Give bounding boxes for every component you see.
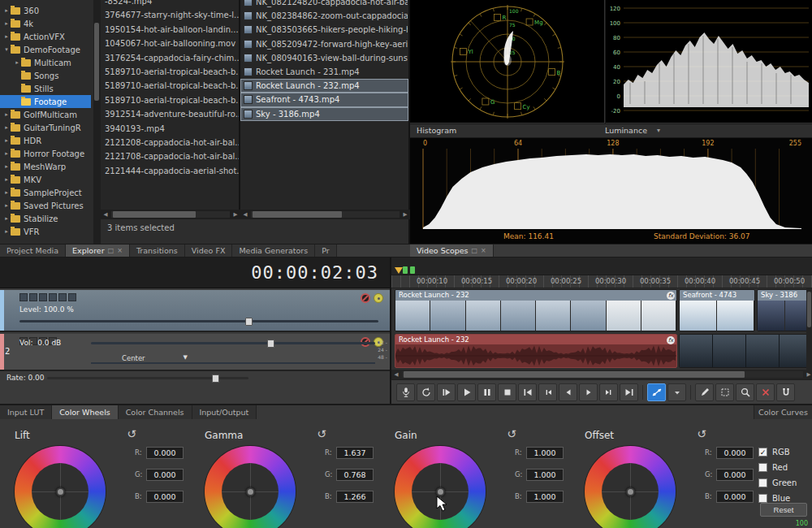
audio-track-header[interactable]: 2 Vol: 0.0 dB Center ▼ — [0, 334, 390, 371]
media-item-nk-082124820-cappadocia-hot-air-bal[interactable]: NK_082124820-cappadocia-hot-air-bal... — [240, 0, 408, 9]
checkbox-icon[interactable] — [758, 463, 767, 472]
tab-color-wheels[interactable]: Color Wheels — [52, 405, 119, 419]
tab-project-media[interactable]: Project Media — [0, 245, 66, 257]
gamma-g-value[interactable]: 0.768 — [336, 469, 374, 481]
rate-slider[interactable] — [47, 377, 248, 379]
expander-icon[interactable]: ▾ — [2, 46, 11, 53]
pin-icon[interactable]: □ — [108, 247, 114, 254]
scrollbar-thumb[interactable] — [113, 211, 196, 218]
edit-cursor-marker-icon[interactable] — [395, 267, 403, 274]
fx-icon[interactable]: fx — [667, 336, 675, 344]
file-list-item[interactable]: 2121708-cappadocia-hot-air-bal... — [101, 149, 239, 163]
pan-handle-icon[interactable]: ▼ — [184, 354, 188, 361]
offset-color-wheel[interactable] — [585, 446, 676, 528]
file-list-left-hscrollbar[interactable]: ◀ ▶ — [101, 210, 240, 219]
wheel-center-knob[interactable] — [626, 487, 635, 496]
scroll-right-icon[interactable]: ▶ — [400, 211, 410, 218]
scrollbar-track[interactable] — [111, 211, 230, 218]
media-item-nk-083503665-hikers-people-hiking-h[interactable]: NK_083503665-hikers-people-hiking-h... — [240, 23, 408, 37]
file-list-item[interactable]: 1045067-hot-air-ballooning.mov — [101, 37, 239, 50]
volume-slider[interactable] — [91, 342, 375, 344]
expander-icon[interactable]: ▸ — [2, 124, 11, 131]
expander-icon[interactable]: ▸ — [2, 215, 11, 222]
close-icon[interactable]: × — [481, 247, 486, 254]
expander-icon[interactable]: ▸ — [2, 189, 11, 196]
checkbox-icon[interactable]: ✓ — [758, 448, 767, 457]
media-item-nk-085209472-forward-high-key-aeria[interactable]: NK_085209472-forward-high-key-aeria... — [240, 37, 408, 51]
video-track-lane[interactable]: Rocket Launch - 232fxSeafront - 4743Sky … — [391, 288, 812, 332]
expander-icon[interactable]: ▸ — [13, 59, 21, 66]
tree-item-songs[interactable]: Songs — [0, 69, 91, 82]
tab-input-lut[interactable]: Input LUT — [0, 405, 52, 419]
scrollbar-thumb[interactable] — [94, 23, 99, 101]
frame-back-button[interactable] — [559, 383, 577, 401]
reset-button[interactable]: Reset — [760, 503, 807, 517]
pin-icon[interactable]: □ — [472, 247, 478, 254]
tree-item-saved-pictures[interactable]: ▸Saved Pictures — [0, 199, 91, 212]
expander-icon[interactable]: ▸ — [2, 111, 11, 118]
tree-item-4k[interactable]: ▸4k — [0, 17, 91, 30]
go-to-start-button[interactable] — [518, 383, 537, 401]
channel-rgb[interactable]: ✓RGB — [758, 444, 797, 460]
video-clip-rocket-launch-232[interactable]: Rocket Launch - 232fx — [395, 289, 677, 331]
video-clip-sky-3186[interactable]: Sky - 3186 — [757, 289, 812, 331]
timecode-display[interactable]: 00:00:02:03 — [251, 262, 378, 283]
tree-item-actionvfx[interactable]: ▸ActionVFX — [0, 30, 91, 43]
tab-input-output[interactable]: Input/Output — [192, 405, 257, 419]
media-item-seafront-4743-mp4[interactable]: Seafront - 4743.mp4 — [240, 93, 408, 106]
green-marker-icon[interactable] — [410, 266, 415, 274]
file-list-right-hscrollbar[interactable]: ◀ ▶ — [240, 210, 410, 219]
file-list-item[interactable]: 5189710-aerial-tropical-beach-b... — [101, 65, 239, 79]
tree-item-360[interactable]: ▸360 — [0, 4, 91, 17]
pan-slider[interactable] — [91, 362, 375, 364]
next-frame-button[interactable] — [599, 383, 618, 401]
slider-handle[interactable] — [267, 340, 274, 348]
offset-b-value[interactable]: 0.000 — [716, 491, 754, 503]
expander-icon[interactable]: ▸ — [2, 150, 11, 157]
tab-color-curves[interactable]: Color Curves — [754, 405, 812, 419]
level-slider[interactable] — [19, 320, 378, 322]
scrollbar-thumb[interactable] — [253, 211, 342, 218]
channel-green[interactable]: Green — [758, 475, 797, 491]
gain-color-wheel[interactable] — [395, 446, 486, 528]
lift-r-value[interactable]: 0.000 — [146, 447, 184, 459]
scroll-right-icon[interactable]: ▶ — [231, 211, 240, 218]
expander-icon[interactable]: ▸ — [2, 202, 11, 209]
tree-item-mkv[interactable]: ▸MKV — [0, 173, 91, 186]
scroll-right-icon[interactable]: ▶ — [804, 371, 812, 378]
audio-track-lane[interactable]: Rocket Launch - 232fx — [391, 334, 812, 370]
stop-button[interactable] — [498, 383, 516, 401]
tree-item-hdr[interactable]: ▸HDR — [0, 134, 91, 147]
expander-icon[interactable]: ▸ — [2, 163, 11, 170]
gamma-b-value[interactable]: 1.266 — [336, 491, 374, 503]
marker-row[interactable] — [391, 258, 812, 275]
file-list-item[interactable]: 2121208-cappadocia-hot-air-bal... — [101, 136, 239, 149]
scroll-left-icon[interactable]: ◀ — [101, 211, 110, 218]
file-list-item[interactable]: 3176254-cappadocia-fairy-chim... — [101, 51, 239, 65]
expander-icon[interactable]: ▸ — [2, 33, 11, 40]
audio-clip-rocket-launch-232[interactable]: Rocket Launch - 232fx — [395, 334, 677, 368]
gamma-color-wheel[interactable] — [205, 446, 296, 528]
pause-button[interactable] — [477, 383, 496, 401]
checkbox-icon[interactable] — [758, 494, 767, 503]
offset-g-value[interactable]: 0.000 — [716, 469, 754, 481]
file-list-item[interactable]: 2121444-cappadocia-aerial-shot... — [101, 164, 239, 178]
media-item-sky-3186-mp4[interactable]: Sky - 3186.mp4 — [240, 107, 408, 121]
checkbox-icon[interactable] — [758, 478, 767, 487]
gain-reset-icon[interactable]: ↺ — [503, 426, 520, 441]
tree-scrollbar[interactable] — [93, 0, 101, 244]
gain-g-value[interactable]: 1.000 — [526, 469, 564, 481]
file-list-item[interactable]: 3764677-starry-night-sky-time-l... — [101, 8, 239, 22]
bypass-icon[interactable] — [361, 293, 370, 303]
expander-icon[interactable]: ▸ — [2, 137, 11, 144]
file-list-item[interactable]: 3912514-adventure-beautiful-ro... — [101, 107, 239, 121]
lift-reset-icon[interactable]: ↺ — [123, 426, 140, 441]
histogram-channel-dropdown[interactable]: Luminance ▾ — [605, 126, 660, 135]
delete-tool-button[interactable] — [756, 383, 775, 401]
expander-icon[interactable]: ▸ — [2, 7, 11, 14]
lift-color-wheel[interactable] — [15, 446, 106, 528]
normal-edit-tool-button[interactable] — [695, 383, 714, 401]
scrollbar-thumb[interactable] — [404, 371, 745, 378]
record-mic-button[interactable] — [396, 383, 415, 401]
fx-icon[interactable]: fx — [667, 292, 675, 300]
